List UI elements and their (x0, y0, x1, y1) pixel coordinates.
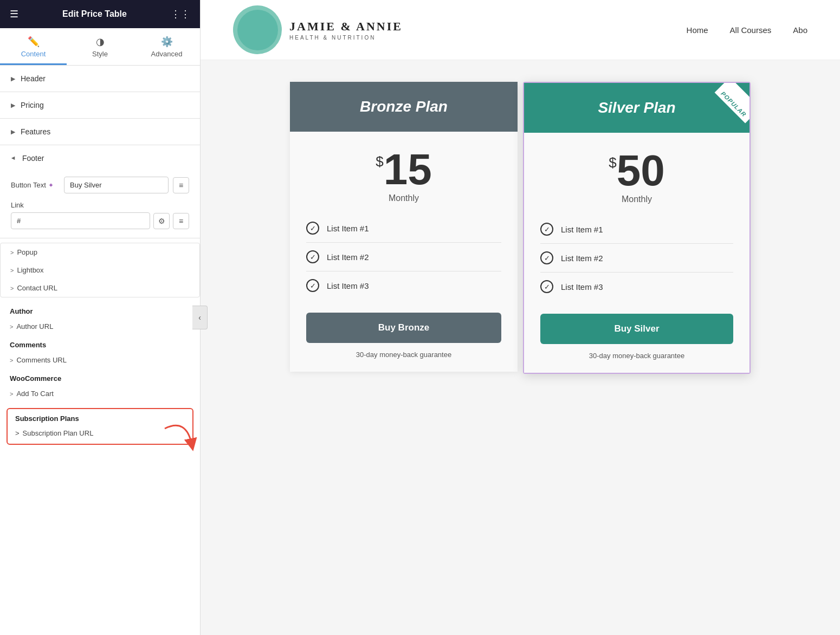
dropdown-item-author-url[interactable]: > Author URL (0, 318, 200, 335)
chevron-right-icon: ▶ (11, 75, 15, 82)
arrow-icon-5: > (10, 357, 13, 364)
chevron-down-icon: ▼ (10, 155, 17, 161)
footer-body: Button Text ✦ ≡ Link ⚙ ≡ (0, 171, 200, 238)
accordion-footer-toggle[interactable]: ▼ Footer (0, 145, 200, 171)
list-icon-btn[interactable]: ≡ (173, 177, 189, 193)
silver-price-display: $ 50 (540, 149, 733, 192)
popular-ribbon-container: POPULAR (701, 83, 749, 132)
silver-feature-3: ✓ List Item #3 (540, 273, 733, 301)
button-text-row: Button Text ✦ ≡ (11, 177, 189, 193)
check-icon-2: ✓ (306, 250, 319, 263)
link-row: ⚙ ≡ (11, 212, 189, 229)
dropdown-item-lightbox[interactable]: > Lightbox (1, 261, 199, 279)
arrow-icon: > (10, 249, 14, 256)
nav-abo[interactable]: Abo (793, 25, 807, 35)
arrow-icon-2: > (10, 267, 14, 274)
bronze-price-period: Monthly (306, 193, 501, 203)
silver-guarantee: 30-day money-back guarantee (540, 352, 733, 360)
silver-price-amount: 50 (617, 149, 665, 192)
accordion-header: ▶ Header (0, 66, 200, 92)
accordion-footer-label: Footer (22, 154, 44, 163)
logo-circle (233, 5, 282, 54)
silver-feature-list: ✓ List Item #1 ✓ List Item #2 ✓ List Ite… (540, 215, 733, 301)
comments-group-label: Comments (0, 335, 200, 351)
check-icon-5: ✓ (540, 251, 553, 264)
bronze-price-dollar: $ (376, 153, 383, 170)
tab-content-label: Content (21, 50, 46, 58)
check-icon-6: ✓ (540, 280, 553, 293)
accordion-features-toggle[interactable]: ▶ Features (0, 119, 200, 145)
dropdown-item-comments-url[interactable]: > Comments URL (0, 351, 200, 369)
pricing-area: Bronze Plan $ 15 Monthly ✓ List Item #1 … (201, 60, 840, 635)
tab-style-label: Style (92, 50, 108, 58)
accordion-pricing-label: Pricing (21, 101, 44, 109)
button-text-input[interactable] (64, 177, 169, 193)
logo-text: JAMIE & ANNIE HEALTH & NUTRITION (289, 20, 403, 41)
contrast-icon: ◑ (96, 36, 105, 48)
subscription-plans-section: Subscription Plans > Subscription Plan U… (7, 408, 193, 445)
tab-bar: ✏️ Content ◑ Style ⚙️ Advanced (0, 28, 200, 66)
accordion-footer: ▼ Footer Button Text ✦ ≡ Link ⚙ ≡ (0, 145, 200, 238)
subscription-plans-label: Subscription Plans (8, 409, 192, 425)
panel-title: Edit Price Table (62, 9, 127, 19)
check-icon-4: ✓ (540, 223, 553, 236)
site-header: JAMIE & ANNIE HEALTH & NUTRITION Home Al… (201, 0, 840, 60)
dropdown-item-add-to-cart[interactable]: > Add To Cart (0, 385, 200, 403)
silver-card-header: Silver Plan POPULAR (524, 83, 749, 133)
arrow-icon-3: > (10, 285, 14, 291)
gear-icon: ⚙️ (161, 36, 173, 48)
tab-style[interactable]: ◑ Style (67, 28, 133, 65)
bronze-price-amount: 15 (384, 148, 432, 191)
logo-circle-inner (237, 10, 278, 50)
accordion-pricing: ▶ Pricing (0, 92, 200, 119)
dropdown-item-contact-url[interactable]: > Contact URL (1, 279, 199, 297)
silver-feature-2: ✓ List Item #2 (540, 244, 733, 273)
accordion-header-toggle[interactable]: ▶ Header (0, 66, 200, 92)
tab-content[interactable]: ✏️ Content (0, 28, 67, 65)
popular-ribbon: POPULAR (715, 83, 749, 123)
chevron-left-icon: ‹ (198, 313, 201, 322)
silver-price-period: Monthly (540, 195, 733, 204)
buy-silver-button[interactable]: Buy Silver (540, 314, 733, 344)
dropdown-list: > Popup > Lightbox > Contact URL (0, 243, 200, 297)
bronze-card-body: $ 15 Monthly ✓ List Item #1 ✓ List Item … (290, 132, 518, 372)
tab-advanced[interactable]: ⚙️ Advanced (133, 28, 200, 65)
tab-advanced-label: Advanced (151, 50, 183, 58)
silver-card-body: $ 50 Monthly ✓ List Item #1 ✓ List Item … (524, 133, 749, 373)
logo-main-text: JAMIE & ANNIE (289, 20, 403, 34)
nav-all-courses[interactable]: All Courses (730, 25, 772, 35)
subscription-plan-url-item[interactable]: > Subscription Plan URL (8, 425, 192, 444)
dropdown-item-popup[interactable]: > Popup (1, 243, 199, 261)
hamburger-icon[interactable]: ☰ (10, 8, 18, 20)
author-group-label: Author (0, 302, 200, 318)
silver-feature-1: ✓ List Item #1 (540, 215, 733, 244)
list-icon-btn-2[interactable]: ≡ (173, 213, 189, 229)
silver-card: Silver Plan POPULAR $ 50 Monthly ✓ List … (523, 82, 751, 374)
woocommerce-group-label: WooCommerce (0, 369, 200, 385)
arrow-icon-7: > (15, 429, 20, 437)
accordion-pricing-toggle[interactable]: ▶ Pricing (0, 92, 200, 118)
nav-home[interactable]: Home (687, 25, 708, 35)
bronze-feature-3: ✓ List Item #3 (306, 271, 501, 300)
button-text-label: Button Text ✦ (11, 181, 60, 189)
logo-sub-text: HEALTH & NUTRITION (289, 35, 403, 41)
left-panel: ☰ Edit Price Table ⋮⋮ ✏️ Content ◑ Style… (0, 0, 201, 635)
arrow-icon-4: > (10, 323, 13, 330)
bronze-feature-1: ✓ List Item #1 (306, 214, 501, 243)
bronze-guarantee: 30-day money-back guarantee (306, 351, 501, 359)
accordion-features-label: Features (21, 127, 50, 136)
link-input[interactable] (11, 212, 150, 229)
settings-icon-btn[interactable]: ⚙ (153, 213, 170, 229)
link-label: Link ⚙ ≡ (11, 201, 189, 229)
arrow-icon-6: > (10, 391, 13, 397)
chevron-right-icon-3: ▶ (11, 128, 15, 135)
silver-price-dollar: $ (609, 154, 616, 171)
collapse-handle[interactable]: ‹ (192, 306, 208, 329)
buy-bronze-button[interactable]: Buy Bronze (306, 313, 501, 343)
check-icon-1: ✓ (306, 222, 319, 235)
dynamic-icon: ✦ (48, 182, 54, 189)
grid-icon[interactable]: ⋮⋮ (171, 8, 190, 20)
chevron-right-icon-2: ▶ (11, 102, 15, 109)
accordion-header-label: Header (21, 74, 46, 83)
accordion-features: ▶ Features (0, 119, 200, 145)
